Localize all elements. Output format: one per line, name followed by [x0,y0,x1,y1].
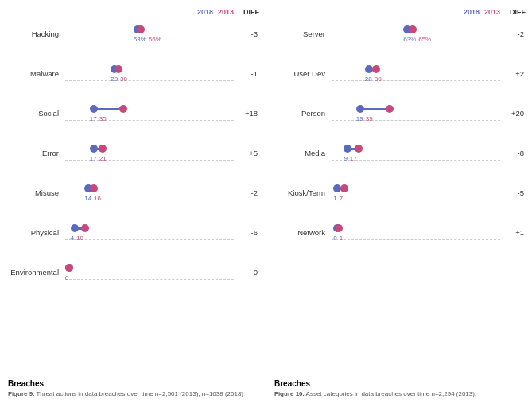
diff-value: +2 [500,69,526,78]
chart-row: Physical410-6 [8,218,259,246]
right-year-2013: 2013 [484,8,500,16]
dot-values: 53%56% [134,36,161,43]
chart-row: Media917-8 [274,138,526,167]
val-2013: 1 [340,234,343,242]
right-diff-header: DIFF [500,8,526,16]
left-caption-bold: Figure 9. [8,390,34,397]
dot-2018 [90,145,98,153]
dot-values: 917 [344,155,356,162]
val-2013: 7 [340,195,343,202]
diff-value: -6 [234,228,259,237]
right-chart-rows: Server63%65%-2User Dev2830+2Person1939+2… [274,19,526,246]
right-footer-caption: Figure 10. Asset categories in data brea… [274,390,524,398]
dot-values: 1416 [84,195,101,202]
diff-value: +1 [500,228,526,237]
dot-2013 [65,264,73,272]
val-2018: 4 [71,234,74,242]
row-label: Server [274,29,332,38]
dot-2013 [81,224,89,232]
val-2013: 10 [76,234,83,242]
dot-track: 917 [332,145,500,161]
row-label: Social [8,109,65,118]
dot-track: 1735 [65,105,234,121]
diff-value: -3 [234,29,259,38]
row-label: User Dev [274,69,332,78]
row-label: Error [8,149,65,157]
row-label: Kiosk/Term [274,188,332,197]
row-label: Person [274,109,332,118]
right-caption-bold: Figure 10. [274,390,305,397]
chart-row: Misuse1416-2 [8,178,259,207]
dot-2013 [99,145,107,153]
chart-row: Environmental00 [8,258,259,286]
dot-2018 [90,105,98,113]
val-2013: 39 [366,115,373,122]
dot-2013 [386,105,394,113]
dot-2013 [90,184,98,192]
row-label: Network [274,228,332,237]
dot-values: 1721 [90,155,107,162]
dot-track: 2830 [332,65,500,81]
dot-2013 [372,65,380,73]
dot-2013 [409,25,417,33]
val-2013: 30 [120,76,127,83]
row-label: Physical [8,228,65,237]
val-2018: 17 [90,155,97,162]
chart-row: Hacking53%56%-3 [8,19,259,48]
dot-2013 [137,25,145,33]
val-2018: 28 [365,76,372,83]
val-2018: 0 [65,274,68,281]
dot-track: 410 [65,224,234,240]
right-footer-title: Breaches [274,379,524,388]
left-footer-title: Breaches [8,379,258,388]
dot-track: 63%65% [332,25,500,41]
left-header: 2018 2013 DIFF [8,8,259,16]
dot-track: 2930 [65,65,234,81]
dot-values: 01 [333,234,343,242]
dot-2018 [356,105,364,113]
dot-2018 [71,224,79,232]
chart-row: Malware2930-1 [8,59,259,87]
val-2013: 16 [94,195,101,202]
val-2013: 21 [99,155,107,162]
val-2018: 53% [134,36,146,43]
diff-value: 0 [234,268,259,277]
row-label: Hacking [8,29,65,38]
dot-track: 01 [332,224,500,240]
right-footer: Breaches Figure 10. Asset categories in … [274,379,524,398]
val-2013: 56% [149,36,161,43]
left-year-2013: 2013 [218,8,234,16]
dot-values: 1939 [356,115,373,122]
diff-value: +20 [500,109,526,118]
diff-value: -2 [234,188,259,197]
val-2013: 17 [350,155,357,162]
chart-row: Social1735+18 [8,99,259,127]
dot-track: 1939 [332,105,500,121]
dot-2013 [340,184,348,192]
left-footer: Breaches Figure 9. Threat actions in dat… [8,379,258,398]
left-caption-text: Threat actions in data breaches over tim… [36,390,243,397]
left-year-2018: 2018 [197,8,213,16]
dot-values: 410 [71,234,83,242]
val-2018: 19 [356,115,363,122]
right-header: 2018 2013 DIFF [274,8,526,16]
val-2018: 63% [403,36,416,43]
left-footer-caption: Figure 9. Threat actions in data breache… [8,390,258,398]
dot-values: 63%65% [403,36,431,43]
chart-row: Person1939+20 [274,99,526,127]
dot-2013 [119,105,127,113]
chart-row: Server63%65%-2 [274,19,526,48]
val-2018: 1 [333,195,336,202]
left-chart-rows: Hacking53%56%-3Malware2930-1Social1735+1… [8,19,259,286]
chart-row: Error1721+5 [8,138,259,167]
diff-value: -1 [234,69,259,78]
row-label: Media [274,149,332,157]
val-2018: 9 [344,155,347,162]
diff-value: +18 [234,109,259,118]
dot-values: 17 [333,195,343,202]
dot-track: 53%56% [65,25,234,41]
row-label: Malware [8,69,65,78]
left-diff-header: DIFF [234,8,259,16]
dot-values: 0 [65,274,68,281]
dot-track: 1416 [65,184,234,200]
